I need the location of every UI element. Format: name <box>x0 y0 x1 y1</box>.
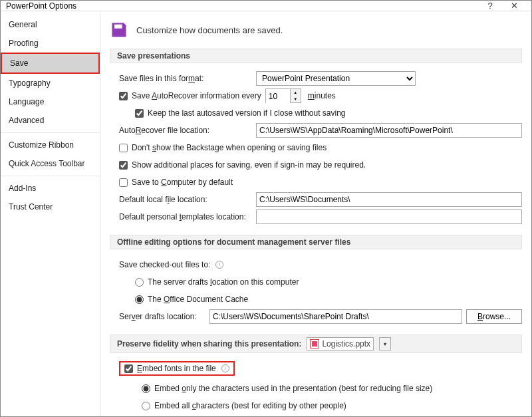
section-offline-editing: Offline editing options for document man… <box>110 235 522 249</box>
autorecover-label: Save AutoRecover information every <box>132 91 261 100</box>
sidebar: General Proofing Save Typography Languag… <box>1 11 100 417</box>
embed-only-radio[interactable] <box>142 384 150 393</box>
sidebar-item-proofing[interactable]: Proofing <box>1 34 100 53</box>
presentation-name: Logistics.pptx <box>307 337 374 350</box>
sidebar-item-save[interactable]: Save <box>1 53 100 74</box>
minutes-label: minutes <box>308 91 336 100</box>
presentation-dropdown[interactable]: ▾ <box>379 337 391 350</box>
default-local-label: Default local file location: <box>119 195 252 204</box>
dont-show-label: Don't show the Backstage when opening or… <box>132 143 327 152</box>
autorecover-loc-label: AutoRecover file location: <box>119 126 252 135</box>
default-templates-label: Default personal templates location: <box>119 212 252 221</box>
dont-show-checkbox[interactable] <box>119 144 128 152</box>
embed-fonts-checkbox[interactable] <box>124 364 133 373</box>
default-local-input[interactable] <box>256 192 522 207</box>
save-checked-label: Save checked-out files to: <box>119 260 210 269</box>
keep-last-label: Keep the last autosaved version if I clo… <box>148 108 346 118</box>
server-drafts-loc-label: Server drafts location: <box>119 312 205 321</box>
save-to-computer-label: Save to Computer by default <box>132 178 233 187</box>
spin-up-icon[interactable]: ▲ <box>291 89 301 96</box>
sidebar-item-customize-ribbon[interactable]: Customize Ribbon <box>1 136 100 154</box>
server-drafts-radio[interactable] <box>135 278 144 287</box>
browse-button[interactable]: Browse... <box>466 309 522 324</box>
format-label: Save files in this format: <box>119 74 252 83</box>
page-header: Customize how documents are saved. <box>136 25 283 35</box>
pptx-file-icon <box>310 339 319 348</box>
office-cache-radio[interactable] <box>135 295 144 304</box>
help-icon[interactable]: ? <box>478 1 502 11</box>
office-cache-label: The Office Document Cache <box>148 295 248 304</box>
svg-rect-0 <box>119 25 120 28</box>
sidebar-item-advanced[interactable]: Advanced <box>1 111 100 130</box>
format-select[interactable]: PowerPoint Presentation <box>256 71 416 86</box>
sidebar-separator <box>1 132 100 133</box>
autorecover-checkbox[interactable] <box>119 92 128 100</box>
server-drafts-label: The server drafts location on this compu… <box>148 277 299 287</box>
save-icon <box>110 21 128 39</box>
autorecover-spinner[interactable]: ▲▼ <box>265 88 301 103</box>
default-templates-input[interactable] <box>256 209 522 224</box>
embed-fonts-label: Embed fonts in the file <box>137 364 216 373</box>
embed-all-label: Embed all characters (best for editing b… <box>154 401 346 410</box>
main-area: General Proofing Save Typography Languag… <box>1 11 531 417</box>
show-additional-checkbox[interactable] <box>119 161 128 170</box>
save-to-computer-checkbox[interactable] <box>119 178 128 187</box>
info-icon[interactable]: i <box>215 261 223 269</box>
autorecover-value[interactable] <box>266 89 290 104</box>
titlebar: PowerPoint Options ? ✕ <box>1 1 531 11</box>
sidebar-item-typography[interactable]: Typography <box>1 74 100 92</box>
server-drafts-input[interactable] <box>209 309 462 324</box>
content-pane: Customize how documents are saved. Save … <box>100 11 531 417</box>
sidebar-item-trustcenter[interactable]: Trust Center <box>1 198 100 216</box>
sidebar-separator <box>1 176 100 176</box>
sidebar-item-language[interactable]: Language <box>1 92 100 111</box>
info-icon[interactable]: i <box>221 364 229 372</box>
show-additional-label: Show additional places for saving, even … <box>132 160 366 170</box>
preserve-fidelity-label: Preserve fidelity when sharing this pres… <box>117 339 301 348</box>
embed-all-radio[interactable] <box>142 402 150 410</box>
sidebar-item-quick-access[interactable]: Quick Access Toolbar <box>1 154 100 173</box>
keep-last-checkbox[interactable] <box>135 109 144 118</box>
embed-only-label: Embed only the characters used in the pr… <box>154 384 432 393</box>
sidebar-item-addins[interactable]: Add-Ins <box>1 179 100 198</box>
spin-down-icon[interactable]: ▼ <box>291 96 301 102</box>
section-save-presentations: Save presentations <box>110 49 522 63</box>
close-icon[interactable]: ✕ <box>502 1 526 11</box>
sidebar-item-general[interactable]: General <box>1 15 100 34</box>
autorecover-loc-input[interactable] <box>256 123 522 138</box>
section-preserve-fidelity: Preserve fidelity when sharing this pres… <box>110 335 522 353</box>
window-title: PowerPoint Options <box>6 1 478 11</box>
